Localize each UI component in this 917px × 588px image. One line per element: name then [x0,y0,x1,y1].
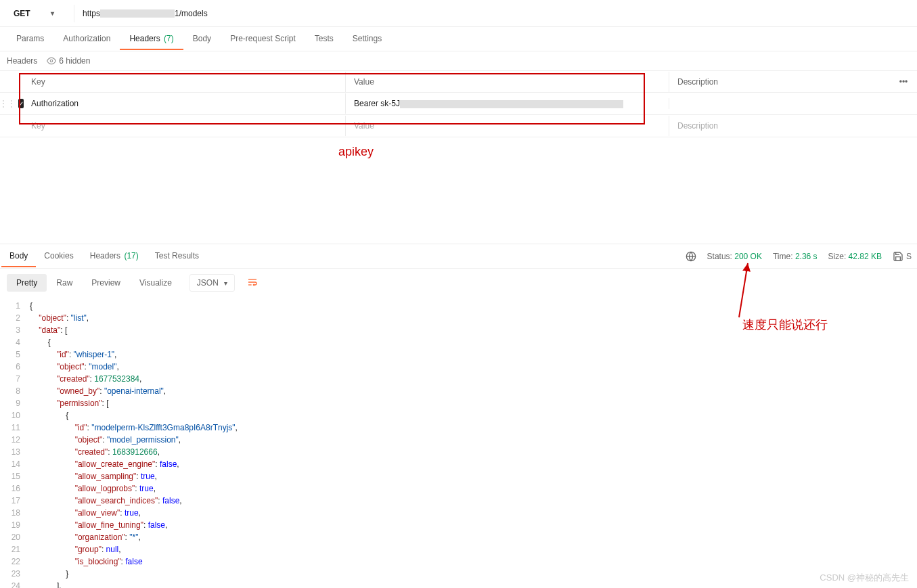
globe-icon[interactable] [686,251,696,262]
method-select[interactable]: GET ▾ [7,5,74,22]
code-line: 24 ], [0,580,917,588]
col-header-description: Description [669,72,890,92]
size-info: Size: 42.82 KB [828,252,882,261]
code-line: 18 "allow_view": true, [0,507,917,519]
code-line: 5 "id": "whisper-1", [0,348,917,361]
code-line: 14 "allow_create_engine": false, [0,458,917,470]
tab-tests[interactable]: Tests [305,28,343,50]
row-key[interactable]: Authorization [23,93,345,114]
response-tabs: Body Cookies Headers (17) Test Results S… [0,244,917,269]
resp-tab-testresults[interactable]: Test Results [147,246,207,267]
code-line: 7 "created": 1677532384, [0,373,917,385]
response-meta: Status: 200 OK Time: 2.36 s Size: 42.82 … [686,251,916,262]
headers-subheader: Headers 6 hidden [0,51,917,70]
resp-tab-headers[interactable]: Headers (17) [82,246,147,267]
code-line: 1{ [0,300,917,312]
code-line: 2 "object": "list", [0,312,917,324]
response-section: Body Cookies Headers (17) Test Results S… [0,244,917,588]
time-info: Time: 2.36 s [773,252,818,261]
headers-title: Headers [7,56,37,66]
url-wrapper: https 1/models [80,9,910,18]
time-value: 2.36 s [795,252,818,261]
more-options-icon[interactable]: ••• [890,77,917,87]
hidden-headers-toggle[interactable]: 6 hidden [47,56,90,66]
status-value: 200 OK [734,252,762,261]
view-preview[interactable]: Preview [82,274,130,292]
placeholder-key[interactable]: Key [23,116,345,136]
tab-prerequest[interactable]: Pre-request Script [221,28,305,50]
code-line: 17 "allow_search_indices": false, [0,495,917,507]
tab-body[interactable]: Body [183,28,221,50]
view-controls: Pretty Raw Preview Visualize JSON ▾ [0,269,917,297]
code-line: 21 "group": null, [0,543,917,556]
annotation-apikey-label: apikey [338,145,374,159]
size-label: Size: [828,252,847,261]
headers-table: Key Value Description ••• ⋮⋮ ✓ Authoriza… [0,70,917,137]
format-label: JSON [197,278,219,288]
view-pretty[interactable]: Pretty [7,274,47,292]
row-value-text: Bearer sk-5J [354,99,400,108]
code-line: 19 "allow_fine_tuning": false, [0,519,917,531]
code-line: 4 { [0,336,917,348]
chevron-down-icon: ▾ [224,279,227,287]
col-header-key: Key [23,72,345,92]
svg-point-0 [51,60,53,62]
wrap-lines-button[interactable] [242,273,263,293]
code-line: 6 "object": "model", [0,361,917,373]
eye-icon [47,56,56,66]
drag-handle-icon[interactable]: ⋮⋮ [0,99,17,108]
resp-tab-cookies[interactable]: Cookies [36,246,81,267]
placeholder-value[interactable]: Value [345,116,669,136]
code-line: 22 "is_blocking": false [0,556,917,568]
request-bar: GET ▾ https 1/models [0,0,917,27]
resp-tab-headers-count: (17) [124,251,138,261]
size-value: 42.82 KB [849,252,882,261]
resp-tab-body[interactable]: Body [1,246,36,267]
url-suffix[interactable]: 1/models [175,9,208,18]
save-label: S [906,252,912,261]
table-placeholder-row: Key Value Description [0,115,917,137]
code-line: 10 { [0,409,917,422]
table-header-row: Key Value Description ••• [0,70,917,93]
value-redacted [400,100,623,108]
code-line: 13 "created": 1683912666, [0,446,917,458]
tab-settings[interactable]: Settings [343,28,391,50]
code-line: 3 "data": [ [0,324,917,336]
row-description[interactable] [669,98,890,109]
code-line: 12 "object": "model_permission", [0,434,917,446]
format-select[interactable]: JSON ▾ [189,274,235,292]
tab-authorization[interactable]: Authorization [53,28,120,50]
view-visualize[interactable]: Visualize [130,274,181,292]
tab-headers-count: (7) [164,34,174,43]
code-line: 20 "organization": "*", [0,531,917,543]
time-label: Time: [773,252,793,261]
code-line: 16 "allow_logprobs": true, [0,482,917,495]
request-tabs: Params Authorization Headers (7) Body Pr… [0,27,917,51]
code-line: 11 "id": "modelperm-KlsZlfft3Gma8pI6A8rT… [0,422,917,434]
placeholder-description[interactable]: Description [669,116,890,136]
resp-tab-headers-label: Headers [90,251,120,261]
method-label: GET [14,9,30,18]
code-line: 9 "permission": [ [0,397,917,409]
save-icon [893,251,903,262]
status-label: Status: [707,252,732,261]
row-value[interactable]: Bearer sk-5J [345,93,669,114]
save-response[interactable]: S [893,251,912,262]
table-row: ⋮⋮ ✓ Authorization Bearer sk-5J [0,93,917,115]
code-line: 23 } [0,568,917,580]
view-raw[interactable]: Raw [47,274,82,292]
hidden-count: 6 hidden [59,56,90,66]
tab-headers[interactable]: Headers (7) [120,28,183,50]
wrap-icon [247,277,258,288]
tab-params[interactable]: Params [7,28,53,50]
code-line: 15 "allow_sampling": true, [0,470,917,482]
code-line: 8 "owned_by": "openai-internal", [0,385,917,397]
tab-headers-label: Headers [129,34,160,43]
response-body-code[interactable]: 1{2 "object": "list",3 "data": [4 {5 "id… [0,297,917,588]
chevron-down-icon: ▾ [51,9,54,17]
status-info: Status: 200 OK [707,252,762,261]
url-redacted [100,9,175,18]
col-header-value: Value [345,72,669,92]
url-prefix[interactable]: https [80,9,100,18]
